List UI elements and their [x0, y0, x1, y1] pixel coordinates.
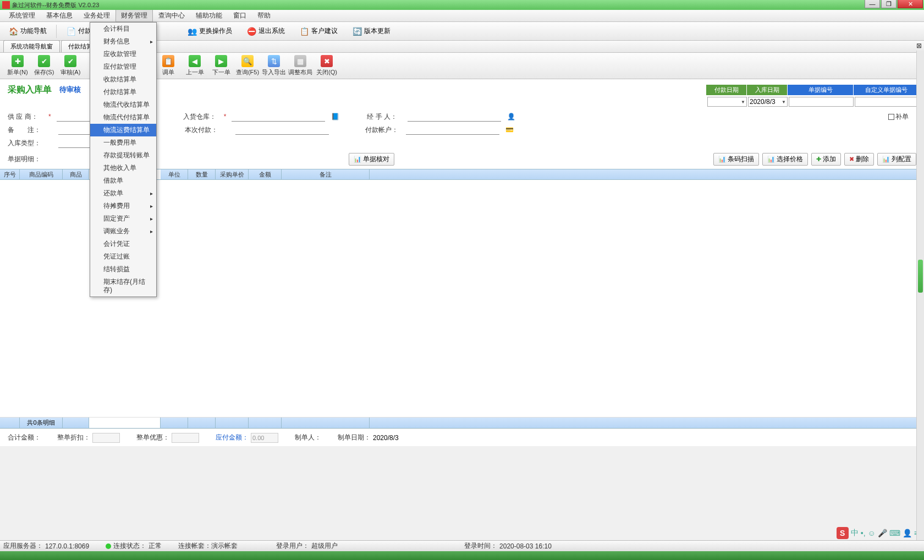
menu-basic[interactable]: 基本信息 [41, 9, 78, 22]
dd-carryover[interactable]: 结转损益 [90, 263, 156, 276]
card-icon[interactable]: 💳 [505, 125, 514, 134]
th-qty[interactable]: 数量 [188, 169, 216, 179]
os-taskbar[interactable] [0, 551, 924, 560]
barcode-scan-button[interactable]: 📊条码扫描 [713, 153, 759, 166]
price-icon: 📊 [767, 156, 775, 163]
dd-accounting-subject[interactable]: 会计科目 [90, 23, 156, 35]
book-icon[interactable]: 📘 [331, 112, 339, 121]
person-icon[interactable]: 👤 [507, 112, 515, 121]
payable-input[interactable] [251, 433, 278, 443]
prev-button[interactable]: ◀上一单 [182, 54, 208, 78]
ime-user-icon[interactable]: 👤 [903, 529, 912, 537]
payaccount-input[interactable] [406, 125, 499, 135]
save-button[interactable]: ✔保存(S) [31, 54, 57, 78]
dd-deposit-transfer[interactable]: 存款提现转账单 [90, 149, 156, 162]
ime-punct-icon[interactable]: •, [861, 529, 866, 537]
ime-mic-icon[interactable]: 🎤 [878, 529, 887, 537]
dd-adjust[interactable]: 调账业务 [90, 225, 156, 238]
handler-input[interactable] [408, 112, 501, 122]
doc-verify-button[interactable]: 📊单据核对 [349, 153, 394, 166]
ime-toolbar[interactable]: S 中 •, ☺ 🎤 ⌨ 👤 ≡ [837, 527, 919, 539]
dd-payable-mgmt[interactable]: 应付款管理 [90, 61, 156, 73]
dd-deferred[interactable]: 待摊费用 [90, 200, 156, 212]
customno-input[interactable] [855, 97, 920, 107]
feedback-button[interactable]: 📋客户建议 [294, 25, 343, 38]
list-icon: 📊 [354, 156, 361, 163]
new-doc-button[interactable]: ✚新单(N) [4, 54, 31, 78]
dd-receivable-mgmt[interactable]: 应收款管理 [90, 48, 156, 61]
recall-button[interactable]: 📋调单 [155, 54, 182, 78]
add-row-button[interactable]: ✚添加 [811, 153, 841, 166]
separator [56, 25, 57, 38]
detail-label: 单据明细： [8, 155, 41, 164]
dd-receipt-settlement[interactable]: 收款结算单 [90, 73, 156, 86]
maximize-button[interactable]: ❐ [881, 0, 897, 8]
dd-payment-settlement[interactable]: 付款结算单 [90, 86, 156, 98]
nav-button[interactable]: 🏠功能导航 [3, 25, 52, 38]
minimize-button[interactable]: — [865, 0, 880, 8]
import-export-button[interactable]: ⇅导入导出 [261, 54, 287, 78]
change-operator-button[interactable]: 👥更换操作员 [182, 25, 237, 38]
supplement-checkbox[interactable]: 补单 [888, 112, 916, 122]
close-button[interactable]: ✕ [898, 0, 923, 8]
th-product[interactable]: 商品 [63, 169, 89, 179]
vertical-scrollbar[interactable] [916, 51, 924, 540]
ime-s-icon[interactable]: S [837, 527, 849, 539]
next-button[interactable]: ▶下一单 [208, 54, 234, 78]
close-doc-button[interactable]: ✖关闭(Q) [314, 54, 340, 78]
dd-loan[interactable]: 借款单 [90, 174, 156, 187]
ime-cn-icon[interactable]: 中 [851, 528, 859, 538]
layout-button[interactable]: ▦调整布局 [287, 54, 314, 78]
menu-window[interactable]: 窗口 [228, 9, 252, 22]
scrollbar-thumb[interactable] [918, 260, 923, 293]
maker-label: 制单人： [295, 433, 321, 442]
menu-finance[interactable]: 财务管理 [116, 9, 153, 22]
sb-server-label: 应用服务器： [3, 541, 43, 551]
th-code[interactable]: 商品编码 [20, 169, 63, 179]
th-remark[interactable]: 备注 [282, 169, 370, 179]
thispay-input[interactable] [235, 125, 329, 135]
dd-other-income[interactable]: 其他收入单 [90, 162, 156, 174]
query-button[interactable]: 🔍查询(F5) [234, 54, 261, 78]
discount-input[interactable] [92, 433, 120, 443]
dd-voucher-post[interactable]: 凭证过账 [90, 250, 156, 263]
menu-system[interactable]: 系统管理 [3, 9, 41, 22]
dd-logistics-pay[interactable]: 物流代付结算单 [90, 111, 156, 124]
update-button[interactable]: 🔄版本更新 [347, 25, 395, 38]
ime-keyboard-icon[interactable]: ⌨ [889, 529, 900, 537]
dd-fixed-assets[interactable]: 固定资产 [90, 212, 156, 225]
sb-time-label: 登录时间： [464, 541, 497, 551]
transfer-icon: ⇅ [268, 55, 280, 67]
audit-button[interactable]: ✔审核(A) [57, 54, 84, 78]
pref-input[interactable] [172, 433, 199, 443]
docno-input[interactable] [789, 97, 854, 107]
warehouse-input[interactable] [232, 112, 325, 122]
dd-repay[interactable]: 还款单 [90, 187, 156, 200]
dd-voucher[interactable]: 会计凭证 [90, 238, 156, 250]
delete-row-button[interactable]: ✖删除 [844, 153, 874, 166]
app-icon [2, 1, 10, 9]
plus-icon: ✚ [12, 55, 24, 67]
menu-query[interactable]: 查询中心 [153, 9, 190, 22]
th-price[interactable]: 采购单价 [216, 169, 249, 179]
sb-server-value: 127.0.0.1:8069 [45, 542, 89, 550]
tab-close-icon[interactable]: ⊠ [916, 42, 922, 50]
th-amount[interactable]: 金额 [249, 169, 282, 179]
select-price-button[interactable]: 📊选择价格 [762, 153, 808, 166]
dd-period-close[interactable]: 期末结存(月结存) [90, 276, 156, 297]
column-config-button[interactable]: 📊列配置 [877, 153, 916, 166]
menu-assist[interactable]: 辅助功能 [190, 9, 228, 22]
tab-nav-window[interactable]: 系统功能导航窗 [3, 40, 60, 52]
th-unit[interactable]: 单位 [161, 169, 188, 179]
dd-logistics-collect[interactable]: 物流代收结算单 [90, 98, 156, 111]
dd-finance-info[interactable]: 财务信息 [90, 35, 156, 48]
indate-dropdown[interactable]: 2020/8/3▼ [748, 97, 788, 107]
th-seq[interactable]: 序号 [0, 169, 20, 179]
menu-business[interactable]: 业务处理 [78, 9, 116, 22]
dd-logistics-freight[interactable]: 物流运费结算单 [90, 124, 156, 136]
menu-help[interactable]: 帮助 [252, 9, 276, 22]
paydate-dropdown[interactable]: ▼ [707, 97, 747, 107]
ime-smile-icon[interactable]: ☺ [868, 529, 876, 537]
dd-general-expense[interactable]: 一般费用单 [90, 136, 156, 149]
exit-button[interactable]: ⛔退出系统 [241, 25, 290, 38]
